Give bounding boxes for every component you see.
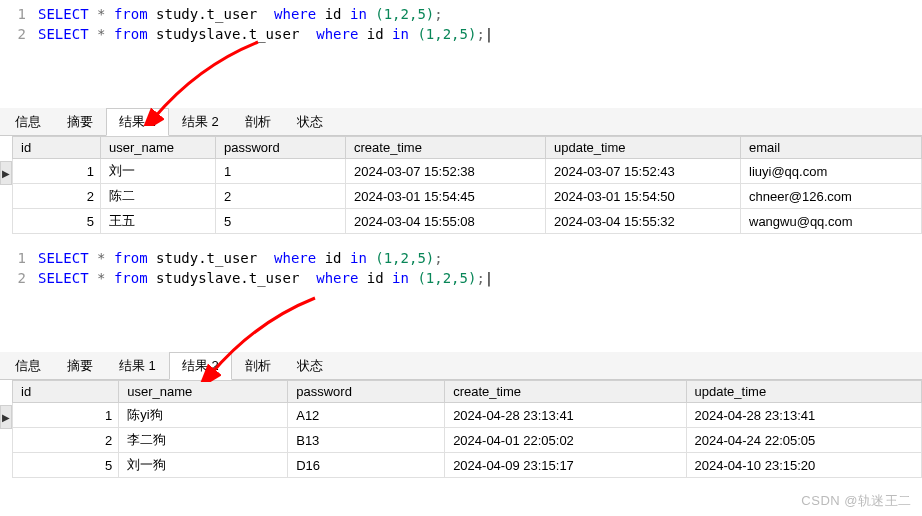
col-update-time[interactable]: update_time (546, 137, 741, 159)
line-number: 1 (8, 4, 38, 24)
cell-update_time[interactable]: 2024-04-24 22:05:05 (686, 428, 921, 453)
col-id[interactable]: id (13, 137, 101, 159)
cell-user_name[interactable]: 李二狗 (119, 428, 288, 453)
tab-result2[interactable]: 结果 2 (169, 108, 232, 136)
line-number: 2 (8, 268, 38, 288)
cell-create_time[interactable]: 2024-04-01 22:05:02 (445, 428, 686, 453)
cell-id[interactable]: 2 (13, 428, 119, 453)
col-password[interactable]: password (216, 137, 346, 159)
sql-line: SELECT * from studyslave.t_user where id… (38, 268, 493, 288)
tab-info[interactable]: 信息 (2, 352, 54, 380)
tab-result1[interactable]: 结果 1 (106, 108, 169, 136)
tab-info[interactable]: 信息 (2, 108, 54, 136)
tab-result1[interactable]: 结果 1 (106, 352, 169, 380)
tab-status[interactable]: 状态 (284, 352, 336, 380)
cell-user_name[interactable]: 刘一狗 (119, 453, 288, 478)
watermark-text: CSDN @轨迷王二 (801, 492, 912, 510)
table-row[interactable]: 2李二狗B132024-04-01 22:05:022024-04-24 22:… (13, 428, 922, 453)
cell-id[interactable]: 5 (13, 209, 101, 234)
cell-id[interactable]: 1 (13, 403, 119, 428)
cell-user_name[interactable]: 陈二 (101, 184, 216, 209)
cell-user_name[interactable]: 王五 (101, 209, 216, 234)
col-create-time[interactable]: create_time (346, 137, 546, 159)
cell-create_time[interactable]: 2024-04-28 23:13:41 (445, 403, 686, 428)
sql-line: SELECT * from study.t_user where id in (… (38, 4, 443, 24)
cell-email[interactable]: liuyi@qq.com (741, 159, 922, 184)
cell-create_time[interactable]: 2024-03-04 15:55:08 (346, 209, 546, 234)
cell-user_name[interactable]: 刘一 (101, 159, 216, 184)
result-grid-2[interactable]: id user_name password create_time update… (12, 380, 922, 478)
sql-line: SELECT * from studyslave.t_user where id… (38, 24, 493, 44)
cell-update_time[interactable]: 2024-03-04 15:55:32 (546, 209, 741, 234)
sql-editor-2[interactable]: 1 SELECT * from study.t_user where id in… (0, 244, 922, 292)
cell-password[interactable]: A12 (288, 403, 445, 428)
cell-update_time[interactable]: 2024-03-07 15:52:43 (546, 159, 741, 184)
cell-password[interactable]: 1 (216, 159, 346, 184)
cell-password[interactable]: 5 (216, 209, 346, 234)
cell-user_name[interactable]: 陈yi狗 (119, 403, 288, 428)
cell-email[interactable]: chneer@126.com (741, 184, 922, 209)
cell-password[interactable]: B13 (288, 428, 445, 453)
row-indicator-icon: ▶ (0, 161, 12, 185)
cell-update_time[interactable]: 2024-04-10 23:15:20 (686, 453, 921, 478)
sql-line: SELECT * from study.t_user where id in (… (38, 248, 443, 268)
cell-id[interactable]: 2 (13, 184, 101, 209)
row-indicator-icon: ▶ (0, 405, 12, 429)
col-id[interactable]: id (13, 381, 119, 403)
cell-create_time[interactable]: 2024-03-07 15:52:38 (346, 159, 546, 184)
cell-create_time[interactable]: 2024-03-01 15:54:45 (346, 184, 546, 209)
result-grid-2-wrap: ▶ id user_name password create_time upda… (0, 380, 922, 478)
result-grid-1-wrap: ▶ id user_name password create_time upda… (0, 136, 922, 234)
col-email[interactable]: email (741, 137, 922, 159)
result-tabs-1: 信息 摘要 结果 1 结果 2 剖析 状态 (0, 108, 922, 136)
table-row[interactable]: 2陈二22024-03-01 15:54:452024-03-01 15:54:… (13, 184, 922, 209)
line-number: 2 (8, 24, 38, 44)
col-create-time[interactable]: create_time (445, 381, 686, 403)
table-row[interactable]: 1刘一12024-03-07 15:52:382024-03-07 15:52:… (13, 159, 922, 184)
tab-profile[interactable]: 剖析 (232, 352, 284, 380)
cell-id[interactable]: 1 (13, 159, 101, 184)
table-header-row: id user_name password create_time update… (13, 137, 922, 159)
result-tabs-2: 信息 摘要 结果 1 结果 2 剖析 状态 (0, 352, 922, 380)
col-update-time[interactable]: update_time (686, 381, 921, 403)
col-user-name[interactable]: user_name (119, 381, 288, 403)
table-row[interactable]: 1陈yi狗A122024-04-28 23:13:412024-04-28 23… (13, 403, 922, 428)
cell-password[interactable]: 2 (216, 184, 346, 209)
table-row[interactable]: 5刘一狗D162024-04-09 23:15:172024-04-10 23:… (13, 453, 922, 478)
tab-profile[interactable]: 剖析 (232, 108, 284, 136)
tab-summary[interactable]: 摘要 (54, 352, 106, 380)
line-number: 1 (8, 248, 38, 268)
tab-result2[interactable]: 结果 2 (169, 352, 232, 380)
cell-create_time[interactable]: 2024-04-09 23:15:17 (445, 453, 686, 478)
table-row[interactable]: 5王五52024-03-04 15:55:082024-03-04 15:55:… (13, 209, 922, 234)
col-user-name[interactable]: user_name (101, 137, 216, 159)
tab-summary[interactable]: 摘要 (54, 108, 106, 136)
cell-email[interactable]: wangwu@qq.com (741, 209, 922, 234)
result-grid-1[interactable]: id user_name password create_time update… (12, 136, 922, 234)
tab-status[interactable]: 状态 (284, 108, 336, 136)
cell-password[interactable]: D16 (288, 453, 445, 478)
col-password[interactable]: password (288, 381, 445, 403)
cell-id[interactable]: 5 (13, 453, 119, 478)
table-header-row: id user_name password create_time update… (13, 381, 922, 403)
sql-editor-1[interactable]: 1 SELECT * from study.t_user where id in… (0, 0, 922, 48)
cell-update_time[interactable]: 2024-03-01 15:54:50 (546, 184, 741, 209)
cell-update_time[interactable]: 2024-04-28 23:13:41 (686, 403, 921, 428)
